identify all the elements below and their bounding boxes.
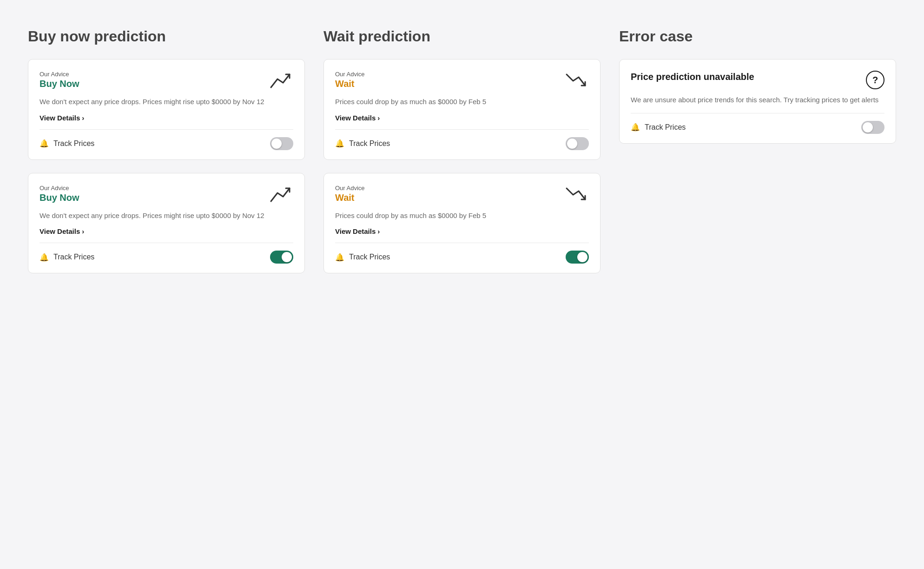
bell-icon: 🔔 [335, 253, 344, 262]
advice-block: Our Advice Wait [335, 71, 365, 89]
bell-icon: 🔔 [40, 253, 49, 262]
view-details-button[interactable]: View Details › [40, 114, 293, 122]
buy-now-header: Buy now prediction [28, 28, 305, 45]
divider [40, 129, 293, 130]
track-prices-toggle[interactable] [566, 251, 589, 264]
view-details-button[interactable]: View Details › [335, 227, 589, 235]
error-card-top: Price prediction unavailable ? [631, 71, 884, 89]
card-description: Prices could drop by as much as $0000 by… [335, 211, 589, 221]
view-details-button[interactable]: View Details › [40, 227, 293, 235]
track-prices-row: 🔔 Track Prices [631, 121, 884, 134]
track-prices-toggle[interactable] [566, 137, 589, 150]
buy-now-card-1: Our Advice Buy Now We don't expect any p… [28, 59, 305, 160]
our-advice-label: Our Advice [40, 185, 79, 192]
buy-now-card-2: Our Advice Buy Now We don't expect any p… [28, 173, 305, 274]
track-prices-label: Track Prices [645, 123, 686, 132]
divider [40, 243, 293, 243]
divider [631, 113, 884, 113]
bell-icon: 🔔 [40, 139, 49, 148]
track-prices-left: 🔔 Track Prices [40, 139, 94, 148]
track-prices-label: Track Prices [53, 253, 94, 261]
trending-up-icon [269, 185, 293, 205]
track-prices-toggle[interactable] [861, 121, 884, 134]
track-prices-left: 🔔 Track Prices [335, 253, 390, 262]
advice-value: Wait [335, 79, 365, 89]
our-advice-label: Our Advice [335, 185, 365, 192]
error-header: Error case [619, 28, 896, 45]
track-prices-left: 🔔 Track Prices [631, 123, 686, 132]
chevron-right-icon: › [377, 227, 380, 235]
track-prices-left: 🔔 Track Prices [40, 253, 94, 262]
bell-icon: 🔔 [631, 123, 640, 132]
track-prices-row: 🔔 Track Prices [335, 137, 589, 150]
track-prices-label: Track Prices [349, 139, 390, 148]
error-title: Price prediction unavailable [631, 71, 860, 83]
view-details-button[interactable]: View Details › [335, 114, 589, 122]
our-advice-label: Our Advice [40, 71, 79, 78]
advice-block: Our Advice Buy Now [40, 71, 79, 89]
track-prices-label: Track Prices [53, 139, 94, 148]
card-top: Our Advice Buy Now [40, 185, 293, 205]
track-prices-row: 🔔 Track Prices [40, 251, 293, 264]
error-description: We are unsure about price trends for thi… [631, 95, 884, 106]
error-column: Error case Price prediction unavailable … [619, 28, 896, 286]
track-prices-left: 🔔 Track Prices [335, 139, 390, 148]
card-top: Our Advice Buy Now [40, 71, 293, 91]
card-description: We don't expect any price drops. Prices … [40, 211, 293, 221]
trending-down-icon [565, 185, 589, 205]
buy-now-column: Buy now prediction Our Advice Buy Now We… [28, 28, 305, 286]
chevron-right-icon: › [82, 227, 84, 235]
card-top: Our Advice Wait [335, 185, 589, 205]
wait-column: Wait prediction Our Advice Wait Prices c… [323, 28, 601, 286]
divider [335, 129, 589, 130]
trending-down-icon [565, 71, 589, 91]
divider [335, 243, 589, 243]
wait-header: Wait prediction [323, 28, 601, 45]
chevron-right-icon: › [377, 114, 380, 122]
question-mark-icon: ? [866, 71, 884, 89]
track-prices-toggle[interactable] [270, 251, 293, 264]
advice-value: Buy Now [40, 79, 79, 89]
advice-block: Our Advice Buy Now [40, 185, 79, 203]
advice-value: Buy Now [40, 192, 79, 203]
card-description: We don't expect any price drops. Prices … [40, 97, 293, 107]
track-prices-row: 🔔 Track Prices [335, 251, 589, 264]
track-prices-label: Track Prices [349, 253, 390, 261]
bell-icon: 🔔 [335, 139, 344, 148]
card-description: Prices could drop by as much as $0000 by… [335, 97, 589, 107]
wait-card-1: Our Advice Wait Prices could drop by as … [323, 59, 601, 160]
advice-value: Wait [335, 192, 365, 203]
chevron-right-icon: › [82, 114, 84, 122]
track-prices-row: 🔔 Track Prices [40, 137, 293, 150]
track-prices-toggle[interactable] [270, 137, 293, 150]
card-top: Our Advice Wait [335, 71, 589, 91]
trending-up-icon [269, 71, 293, 91]
our-advice-label: Our Advice [335, 71, 365, 78]
error-card: Price prediction unavailable ? We are un… [619, 59, 896, 144]
main-grid: Buy now prediction Our Advice Buy Now We… [28, 28, 896, 286]
advice-block: Our Advice Wait [335, 185, 365, 203]
wait-card-2: Our Advice Wait Prices could drop by as … [323, 173, 601, 274]
